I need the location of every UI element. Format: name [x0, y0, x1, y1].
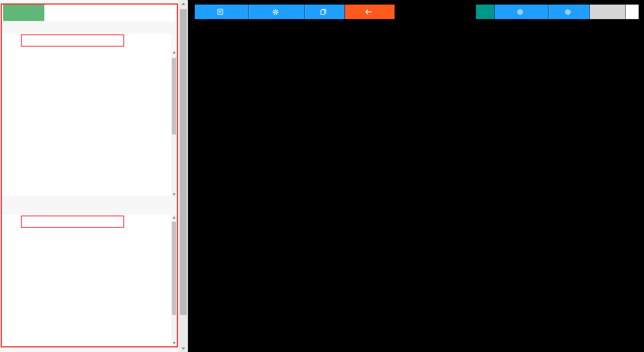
overview-button[interactable]	[305, 5, 345, 19]
arrival-departure-log-button[interactable]	[495, 5, 548, 19]
page-scrollbar[interactable]	[179, 0, 188, 352]
schedule-panel	[0, 0, 179, 352]
scrollbar-thumb[interactable]	[172, 222, 176, 315]
car-number-only-button[interactable]	[590, 5, 625, 19]
yard-button[interactable]	[476, 5, 494, 19]
arrive-table	[2, 215, 171, 346]
toolbar-white-stub	[626, 5, 639, 19]
arrow-left-icon	[365, 9, 372, 15]
tab-depot[interactable]	[3, 4, 44, 21]
plan-list-button[interactable]	[195, 5, 248, 19]
tab-parking[interactable]	[44, 4, 87, 21]
gear-icon	[517, 9, 523, 15]
scrollbar-thumb[interactable]	[180, 9, 187, 315]
scroll-down-icon[interactable]	[181, 347, 185, 350]
arrive-table-scrollbar[interactable]	[172, 215, 176, 346]
depart-table-scrollbar[interactable]	[172, 50, 176, 197]
workstation-button[interactable]	[249, 5, 304, 19]
gear-icon	[565, 9, 571, 15]
view-legend-button[interactable]	[549, 5, 589, 19]
document-icon	[217, 9, 223, 15]
depart-table	[2, 34, 171, 196]
scroll-down-icon[interactable]	[173, 193, 176, 196]
scroll-up-icon[interactable]	[181, 3, 185, 5]
section-divider	[2, 196, 171, 204]
overview-icon	[320, 9, 327, 15]
scroll-down-icon[interactable]	[173, 342, 176, 344]
scroll-up-icon[interactable]	[173, 216, 176, 219]
exit-system-button[interactable]	[345, 5, 395, 19]
gear-icon	[272, 9, 279, 15]
scroll-up-icon[interactable]	[173, 51, 176, 54]
scrollbar-thumb[interactable]	[172, 58, 176, 135]
